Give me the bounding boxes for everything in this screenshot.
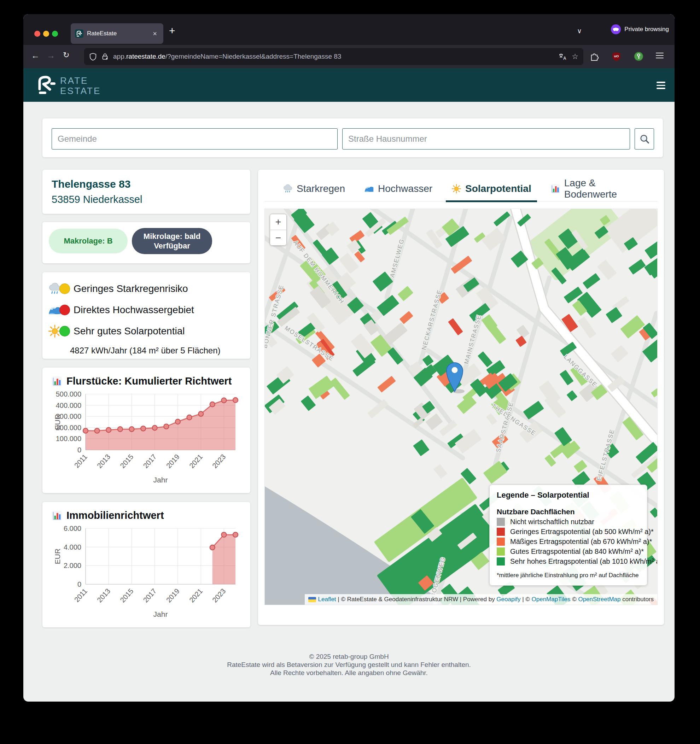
solar-legend: Legende – Solarpotential Nutzbare Dachfl…	[489, 485, 647, 586]
browser-tab-strip: RateEstate × + ∨ Private browsing	[23, 14, 675, 45]
connection-lock-icon[interactable]	[101, 52, 109, 61]
browser-menu-icon[interactable]	[656, 51, 664, 60]
search-icon	[639, 134, 650, 144]
url-bar[interactable]: app.rateestate.de/?gemeindeName=Niederka…	[84, 48, 583, 65]
url-prefix: app.	[113, 53, 126, 60]
svg-text:400.000: 400.000	[56, 402, 81, 409]
minimize-window-button[interactable]	[43, 31, 49, 37]
rateestate-logo-icon	[34, 73, 57, 96]
url-domain: rateestate.de	[126, 53, 165, 60]
legend-item: Geringes Ertragspotential (ab 500 kWh/m²…	[497, 528, 640, 536]
openstreetmap-link[interactable]: OpenStreetMap	[578, 596, 621, 603]
svg-text:2021: 2021	[188, 453, 204, 470]
openmaptiles-link[interactable]: OpenMapTiles	[532, 596, 570, 603]
footer-line: © 2025 retab-group GmbH	[23, 652, 675, 661]
new-tab-button[interactable]: +	[169, 25, 175, 37]
bookmark-star-icon[interactable]: ☆	[572, 52, 578, 61]
extensions-puzzle-icon[interactable]	[590, 52, 599, 61]
svg-text:EUR: EUR	[54, 414, 61, 430]
tab-solarpotential[interactable]: Solarpotential	[451, 176, 532, 201]
url-path: /?gemeindeName=Niederkassel&address=Thel…	[165, 53, 341, 60]
tab-hochwasser[interactable]: Hochwasser	[364, 176, 432, 201]
tab-title: RateEstate	[87, 30, 150, 37]
forward-button[interactable]: →	[47, 51, 55, 60]
chart-title: Immobilienrichtwert	[67, 510, 164, 521]
svg-text:uO: uO	[614, 54, 619, 58]
svg-text:Jahr: Jahr	[153, 610, 168, 618]
search-button[interactable]	[634, 128, 654, 149]
legend-title: Legende – Solarpotential	[497, 491, 640, 500]
risk-row-solar: Sehr gutes Solarpotential	[42, 324, 250, 338]
street-input[interactable]	[342, 128, 630, 149]
browser-tab[interactable]: RateEstate ×	[71, 23, 163, 44]
address-card: Thelengasse 83 53859 Niederkassel	[42, 170, 250, 214]
solar-detail: 4827 kWh/Jahr (184 m² über 5 Flächen)	[70, 346, 250, 356]
footer-line: Alle Rechte vorbehalten. Alle angaben oh…	[23, 669, 675, 677]
svg-text:2019: 2019	[165, 453, 181, 470]
location-rating-card: Makrolage: B Mikrolage: baldVerfügbar	[42, 222, 250, 263]
svg-text:2013: 2013	[95, 453, 112, 470]
immobilienrichtwert-chart-card: Immobilienrichtwert 02.0004.0006.0002011…	[42, 502, 250, 627]
footer-line: RateEstate wird als Betaversion zur Verf…	[23, 661, 675, 669]
flurstuecke-chart-card: Flurstücke: Kumulierter Richtwert 0100.0…	[42, 368, 250, 493]
svg-text:2019: 2019	[165, 587, 181, 604]
gemeinde-input[interactable]	[52, 128, 338, 149]
rain-cloud-icon	[283, 184, 293, 194]
svg-text:500.000: 500.000	[56, 390, 81, 398]
svg-text:2017: 2017	[142, 453, 158, 470]
tab-starkregen[interactable]: Starkregen	[283, 176, 345, 201]
svg-text:2011: 2011	[73, 587, 89, 604]
ukraine-flag-icon	[308, 597, 316, 602]
solar-map[interactable]: AUF DEM HOMMERICHAMSELWEGNECKARSTRASSEMA…	[264, 208, 658, 605]
svg-text:100.000: 100.000	[56, 435, 81, 442]
risk-summary-card: Geringes Starkregenrisiko Direktes Hochw…	[42, 272, 250, 359]
legend-swatch-orange	[497, 537, 505, 546]
tab-label: Hochwasser	[378, 183, 432, 194]
address-city: 53859 Niederkassel	[52, 194, 241, 205]
svg-text:EUR: EUR	[54, 549, 61, 564]
leaflet-link[interactable]: Leaflet	[318, 596, 336, 603]
svg-text:2015: 2015	[118, 587, 135, 604]
legend-footnote: *mittlere jährliche Einstrahlung pro m² …	[497, 572, 640, 579]
zoom-out-button[interactable]: −	[270, 230, 286, 245]
tab-lage-bodenwerte[interactable]: Lage & Bodenwerte	[550, 176, 639, 201]
svg-text:4.000: 4.000	[64, 543, 81, 551]
sun-icon	[451, 184, 461, 194]
tracking-protection-shield-icon[interactable]	[89, 52, 97, 61]
page-footer: © 2025 retab-group GmbH RateEstate wird …	[23, 652, 675, 677]
map-panel: Starkregen Hochwasser Solarpotential Lag…	[258, 170, 664, 625]
maximize-window-button[interactable]	[52, 31, 58, 37]
micro-location-badge: Mikrolage: baldVerfügbar	[132, 228, 212, 254]
url-text: app.rateestate.de/?gemeindeName=Niederka…	[113, 53, 341, 60]
close-tab-icon[interactable]: ×	[150, 29, 159, 38]
risk-label: Geringes Starkregenrisiko	[73, 283, 188, 295]
reload-button[interactable]: ↻	[63, 51, 69, 60]
tab-label: Lage & Bodenwerte	[564, 177, 639, 200]
legend-swatch-lightgreen	[497, 548, 505, 556]
password-key-icon[interactable]	[634, 52, 643, 61]
zoom-in-button[interactable]: +	[270, 214, 286, 230]
status-circle-yellow	[60, 283, 70, 294]
svg-text:A: A	[563, 56, 566, 61]
back-button[interactable]: ←	[31, 51, 40, 60]
private-browsing-label: Private browsing	[624, 26, 669, 33]
close-window-button[interactable]	[34, 31, 40, 37]
map-zoom-control: + −	[270, 214, 287, 246]
list-tabs-chevron-icon[interactable]: ∨	[577, 27, 582, 35]
tab-label: Starkregen	[296, 183, 345, 194]
svg-text:6.000: 6.000	[64, 525, 81, 532]
macro-location-label: Makrolage: B	[64, 237, 112, 246]
app-menu-icon[interactable]	[657, 80, 665, 91]
private-mask-icon	[611, 24, 621, 35]
bar-chart-icon	[550, 184, 560, 194]
app-header: RATE ESTATE	[23, 68, 675, 102]
translate-icon[interactable]: A	[558, 52, 567, 61]
address-street: Thelengasse 83	[52, 178, 241, 190]
svg-text:2015: 2015	[118, 453, 135, 470]
private-browsing-badge: Private browsing	[611, 24, 669, 35]
ublock-origin-icon[interactable]: uO	[612, 52, 621, 61]
risk-label: Direktes Hochwassergebiet	[73, 304, 194, 315]
risk-label: Sehr gutes Solarpotential	[73, 326, 185, 337]
geoapify-link[interactable]: Geoapify	[496, 596, 520, 603]
macro-location-badge: Makrolage: B	[49, 229, 128, 253]
